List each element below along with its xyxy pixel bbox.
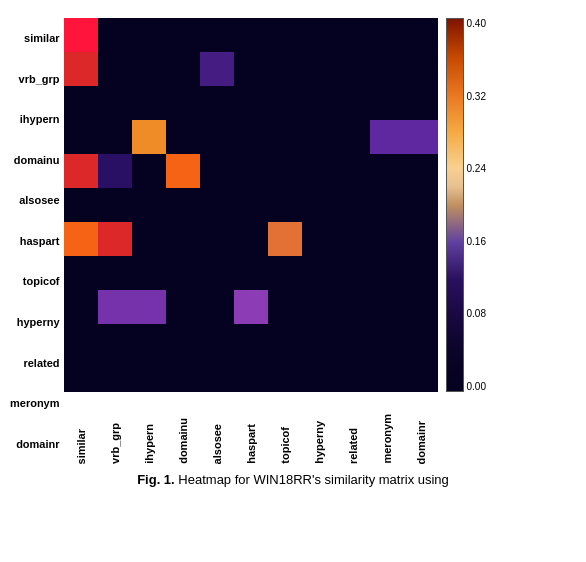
heatmap-cell <box>234 86 268 120</box>
col-label-wrap: haspart <box>234 394 268 464</box>
heatmap-cell <box>64 18 98 52</box>
heatmap-cell <box>166 222 200 256</box>
heatmap-inner: similarvrb_grpihyperndomainualsoseehaspa… <box>10 18 438 464</box>
heatmap-cell <box>268 52 302 86</box>
heatmap-cell <box>132 120 166 154</box>
heatmap-cell <box>64 222 98 256</box>
colorbar-label: 0.08 <box>467 308 486 319</box>
heatmap-cell <box>404 154 438 188</box>
heatmap-cell <box>302 18 336 52</box>
col-label-wrap: ihypern <box>132 394 166 464</box>
heatmap-cell <box>132 86 166 120</box>
heatmap-cell <box>268 154 302 188</box>
col-label-wrap: similar <box>64 394 98 464</box>
heatmap-cell <box>370 324 404 358</box>
heatmap-cell <box>98 154 132 188</box>
caption-bold: Fig. 1. <box>137 472 175 487</box>
heatmap-cell <box>302 324 336 358</box>
heatmap-cell <box>302 188 336 222</box>
row-labels: similarvrb_grpihyperndomainualsoseehaspa… <box>10 18 60 464</box>
colorbar-labels: 0.400.320.240.160.080.00 <box>467 18 486 392</box>
heatmap-cell <box>132 52 166 86</box>
heatmap-cell <box>200 86 234 120</box>
heatmap-grid-wrap: similarvrb_grpihyperndomainualsoseehaspa… <box>64 18 438 464</box>
chart-area: similarvrb_grpihyperndomainualsoseehaspa… <box>10 18 576 464</box>
heatmap-cell <box>234 120 268 154</box>
heatmap-cell <box>132 358 166 392</box>
heatmap-cell <box>404 256 438 290</box>
heatmap-cell <box>166 256 200 290</box>
heatmap-cell <box>234 324 268 358</box>
heatmap-cell <box>132 18 166 52</box>
heatmap-cell <box>336 188 370 222</box>
heatmap-cell <box>98 52 132 86</box>
heatmap-cell <box>132 290 166 324</box>
heatmap-cell <box>166 86 200 120</box>
heatmap-cell <box>370 188 404 222</box>
heatmap-cell <box>370 154 404 188</box>
page: similarvrb_grpihyperndomainualsoseehaspa… <box>0 0 586 562</box>
heatmap-cell <box>166 324 200 358</box>
row-label: hyperny <box>10 305 60 339</box>
heatmap-cell <box>166 18 200 52</box>
col-label: related <box>347 428 359 464</box>
heatmap-cell <box>98 188 132 222</box>
heatmap-cell <box>64 290 98 324</box>
heatmap-cell <box>234 154 268 188</box>
heatmap-cell <box>132 256 166 290</box>
col-labels: similarvrb_grpihyperndomainualsoseehaspa… <box>64 394 438 464</box>
heatmap-cell <box>166 358 200 392</box>
col-label: domainr <box>415 421 427 464</box>
heatmap-cell <box>404 52 438 86</box>
col-label-wrap: related <box>336 394 370 464</box>
heatmap-cell <box>370 256 404 290</box>
col-label-wrap: meronym <box>370 394 404 464</box>
heatmap-cell <box>200 358 234 392</box>
heatmap-cell <box>370 290 404 324</box>
heatmap-cell <box>268 324 302 358</box>
heatmap-cell <box>268 358 302 392</box>
colorbar-label: 0.40 <box>467 18 486 29</box>
heatmap-cell <box>234 290 268 324</box>
heatmap-cell <box>268 188 302 222</box>
heatmap-cell <box>200 256 234 290</box>
heatmap-cell <box>64 52 98 86</box>
row-label: topicof <box>10 264 60 298</box>
heatmap-cell <box>404 18 438 52</box>
colorbar-label: 0.16 <box>467 236 486 247</box>
col-label-wrap: vrb_grp <box>98 394 132 464</box>
heatmap-cell <box>302 222 336 256</box>
heatmap-cell <box>404 290 438 324</box>
heatmap-cell <box>200 18 234 52</box>
heatmap-cell <box>268 290 302 324</box>
heatmap-cell <box>200 52 234 86</box>
heatmap-cell <box>404 222 438 256</box>
heatmap-cell <box>336 52 370 86</box>
heatmap-cell <box>268 120 302 154</box>
heatmap-cell <box>370 52 404 86</box>
heatmap-cell <box>370 18 404 52</box>
col-label-wrap: alsosee <box>200 394 234 464</box>
heatmap-cell <box>98 120 132 154</box>
heatmap-cell <box>404 358 438 392</box>
heatmap-cell <box>370 358 404 392</box>
row-label: haspart <box>10 224 60 258</box>
heatmap-cell <box>404 86 438 120</box>
heatmap-cell <box>200 222 234 256</box>
heatmap-cell <box>64 188 98 222</box>
heatmap-cell <box>64 358 98 392</box>
col-label: meronym <box>381 414 393 464</box>
colorbar-label: 0.24 <box>467 163 486 174</box>
heatmap-cell <box>64 256 98 290</box>
heatmap-cell <box>64 86 98 120</box>
heatmap-cell <box>200 290 234 324</box>
heatmap-cell <box>98 290 132 324</box>
heatmap-cell <box>166 290 200 324</box>
heatmap-cell <box>166 120 200 154</box>
heatmap-cell <box>336 120 370 154</box>
row-label: meronym <box>10 386 60 420</box>
heatmap-cell <box>404 120 438 154</box>
col-label: alsosee <box>211 424 223 464</box>
colorbar <box>446 18 464 392</box>
heatmap-cell <box>336 290 370 324</box>
